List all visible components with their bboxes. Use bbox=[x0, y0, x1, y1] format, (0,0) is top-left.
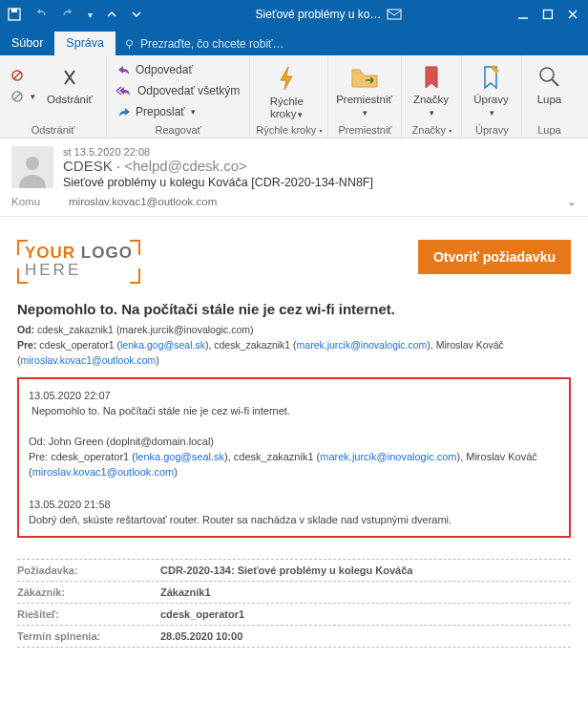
ribbon-group-zoom: Lupa Lupa bbox=[522, 55, 576, 138]
forward-button[interactable]: Preposlať▾ bbox=[113, 101, 243, 122]
thread-text: Nepomohlo to. Na počítači stále nie je c… bbox=[29, 404, 559, 419]
to-label: Komu bbox=[11, 196, 69, 207]
mail-link[interactable]: lenka.gog@seal.sk bbox=[136, 451, 224, 462]
logo: YOUR LOGO HERE bbox=[17, 240, 140, 284]
redo-icon[interactable] bbox=[61, 8, 74, 21]
close-button[interactable] bbox=[567, 9, 578, 20]
meta-to: Pre: cdesk_operator1 (lenka.gog@seal.sk)… bbox=[17, 338, 571, 369]
ribbon-group-quick-steps: Rýchle kroky▾ Rýchle kroky ▪ bbox=[250, 55, 328, 138]
mail-link[interactable]: marek.jurcik@inovalogic.com bbox=[320, 451, 456, 462]
table-row: Zákazník:Zákazník1 bbox=[17, 582, 571, 604]
lightbulb-icon bbox=[123, 38, 136, 51]
delete-button[interactable]: Odstrániť bbox=[39, 59, 100, 107]
mail-link[interactable]: miroslav.kovac1@outlook.com bbox=[21, 354, 157, 366]
headline: Nepomohlo to. Na počítači stále nie je c… bbox=[17, 301, 571, 317]
ribbon-group-tags: Značky▾ Značky ▪ bbox=[402, 55, 462, 138]
details-table: Požiadavka:CDR-2020-134: Sieťové problém… bbox=[17, 559, 571, 648]
svg-point-5 bbox=[126, 40, 132, 46]
group-caption: Lupa bbox=[528, 124, 570, 136]
ribbon-group-delete: ▾ Odstrániť Odstrániť bbox=[0, 55, 107, 138]
avatar bbox=[11, 146, 53, 188]
group-caption: Rýchle kroky ▪ bbox=[256, 124, 322, 136]
group-caption: Odstrániť bbox=[6, 124, 100, 136]
quick-access-toolbar: ▾ bbox=[0, 8, 150, 21]
table-row: Požiadavka:CDR-2020-134: Sieťové problém… bbox=[17, 560, 571, 582]
group-caption: Premiestniť bbox=[334, 124, 395, 136]
svg-point-11 bbox=[540, 68, 554, 81]
svg-line-10 bbox=[14, 94, 20, 99]
ribbon-tabs: Súbor Správa Prezraďte, čo chcete robiť… bbox=[0, 29, 588, 55]
group-caption: Reagovať bbox=[113, 124, 243, 136]
tab-file[interactable]: Súbor bbox=[0, 32, 54, 55]
quick-steps-button[interactable]: Rýchle kroky▾ bbox=[256, 59, 317, 120]
svg-line-8 bbox=[13, 72, 21, 79]
junk-button[interactable]: ▾ bbox=[6, 86, 39, 107]
chevron-up-icon[interactable] bbox=[106, 9, 117, 20]
chevron-down-icon[interactable]: ⌄ bbox=[567, 195, 577, 208]
to-value: miroslav.kovac1@outlook.com bbox=[69, 196, 567, 207]
thread-to: Pre: cdesk_operator1 (lenka.gog@seal.sk)… bbox=[29, 450, 559, 480]
mail-link[interactable]: lenka.gog@seal.sk bbox=[120, 339, 205, 351]
svg-point-13 bbox=[26, 157, 39, 170]
ignore-button[interactable] bbox=[6, 65, 39, 86]
group-caption: Značky ▪ bbox=[408, 124, 455, 136]
move-button[interactable]: Premiestniť▾ bbox=[334, 59, 395, 118]
thread-timestamp: 13.05.2020 22:07 bbox=[29, 389, 559, 404]
mail-icon bbox=[387, 8, 402, 21]
svg-rect-1 bbox=[11, 9, 17, 12]
table-row: Riešiteľ:cdesk_operator1 bbox=[17, 604, 571, 626]
thread-text: Dobrý deň, skúste reštartovať router. Ro… bbox=[29, 513, 559, 528]
ribbon-group-editing: Úpravy▾ Úpravy bbox=[462, 55, 522, 138]
tags-button[interactable]: Značky▾ bbox=[408, 59, 455, 118]
to-row: Komu miroslav.kovac1@outlook.com ⌄ bbox=[0, 193, 588, 217]
window-titlebar: ▾ Sieťové problémy u ko… bbox=[0, 0, 588, 29]
tell-me-search[interactable]: Prezraďte, čo chcete robiť… bbox=[116, 32, 292, 55]
editing-button[interactable]: Úpravy▾ bbox=[468, 59, 515, 118]
maximize-button[interactable] bbox=[542, 9, 554, 20]
meta-from: Od: cdesk_zakaznik1 (marek.jurcik@inoval… bbox=[17, 323, 571, 338]
undo-icon[interactable] bbox=[34, 8, 48, 21]
ribbon: ▾ Odstrániť Odstrániť Odpovedať Odpoveda… bbox=[0, 55, 588, 139]
chevron-down-icon[interactable] bbox=[131, 9, 142, 20]
window-title: Sieťové problémy u ko… bbox=[150, 8, 508, 21]
svg-rect-2 bbox=[388, 10, 401, 19]
minimize-button[interactable] bbox=[517, 9, 529, 20]
thread-from: Od: John Green (doplnit@domain.local) bbox=[29, 435, 559, 450]
thread-box: 13.05.2020 22:07 Nepomohlo to. Na počíta… bbox=[17, 377, 571, 537]
svg-line-12 bbox=[552, 79, 558, 86]
chevron-down-icon[interactable]: ▾ bbox=[88, 10, 93, 20]
message-date: st 13.5.2020 22:08 bbox=[63, 146, 373, 158]
window-controls bbox=[508, 9, 588, 20]
message-header: st 13.5.2020 22:08 CDESK · <helpd@cdesk.… bbox=[0, 139, 588, 193]
ribbon-group-move: Premiestniť▾ Premiestniť bbox=[328, 55, 402, 138]
ribbon-group-respond: Odpovedať Odpovedať všetkým Preposlať▾ R… bbox=[107, 55, 250, 138]
mail-link[interactable]: miroslav.kovac1@outlook.com bbox=[32, 466, 175, 478]
save-icon[interactable] bbox=[8, 8, 21, 21]
table-row: Termín splnenia:28.05.2020 10:00 bbox=[17, 626, 571, 648]
message-from: CDESK · <helpd@cdesk.co> bbox=[63, 158, 373, 174]
tab-message[interactable]: Správa bbox=[54, 32, 116, 55]
group-caption: Úpravy bbox=[468, 124, 515, 136]
reply-button[interactable]: Odpovedať bbox=[113, 59, 243, 80]
reply-all-button[interactable]: Odpovedať všetkým bbox=[113, 80, 243, 101]
svg-rect-4 bbox=[544, 11, 553, 19]
zoom-button[interactable]: Lupa bbox=[528, 59, 570, 106]
thread-timestamp: 13.05.2020 21:58 bbox=[29, 498, 559, 513]
message-body: YOUR LOGO HERE Otvoriť požiadavku Nepomo… bbox=[0, 217, 588, 655]
mail-link[interactable]: marek.jurcik@inovalogic.com bbox=[297, 339, 428, 351]
open-request-button[interactable]: Otvoriť požiadavku bbox=[418, 240, 571, 274]
message-subject: Sieťové problémy u kolegu Kováča [CDR-20… bbox=[63, 176, 373, 189]
